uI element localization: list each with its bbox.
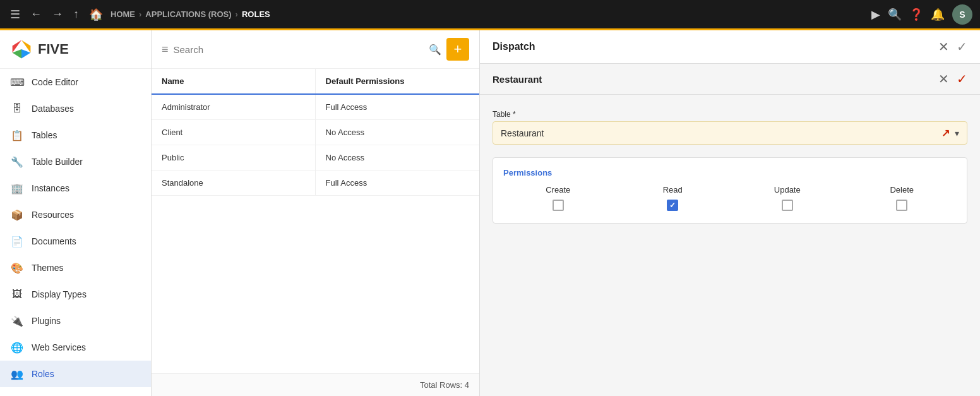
sidebar-label-documents: Documents <box>32 236 76 246</box>
breadcrumb-applications[interactable]: APPLICATIONS (ROS) <box>145 9 231 19</box>
topnav-right: ▶ 🔍 ❓ 🔔 S <box>871 4 972 25</box>
sidebar-logo: FIVE <box>0 30 151 69</box>
add-button[interactable]: + <box>446 38 469 61</box>
column-header-name: Name <box>152 69 316 93</box>
back-icon[interactable]: ← <box>28 5 44 23</box>
five-logo-text: FIVE <box>38 41 69 57</box>
sidebar-item-plugins[interactable]: 🔌 Plugins <box>0 308 151 334</box>
play-icon[interactable]: ▶ <box>871 8 880 21</box>
table-row[interactable]: Standalone Full Access <box>152 171 479 196</box>
sidebar-label-resources: Resources <box>32 210 74 220</box>
sidebar-item-documents[interactable]: 📄 Documents <box>0 228 151 255</box>
perm-header-create: Create <box>503 185 613 195</box>
breadcrumb-roles[interactable]: ROLES <box>242 9 270 19</box>
perm-checkbox-update[interactable] <box>782 200 793 211</box>
sidebar-item-tools[interactable]: 🛠 Tools <box>0 387 151 396</box>
sidebar-item-web-services[interactable]: 🌐 Web Services <box>0 334 151 361</box>
column-header-permissions: Default Permissions <box>316 69 480 93</box>
detail-title: Dispatch <box>493 41 535 52</box>
sidebar: FIVE ⌨ Code Editor 🗄 Databases 📋 Tables … <box>0 30 152 396</box>
sub-header: Restaurant ✕ ✓ <box>480 64 980 95</box>
dropdown-arrow-icon[interactable]: ▾ <box>955 128 959 138</box>
sidebar-label-instances: Instances <box>32 183 69 193</box>
sidebar-label-tables: Tables <box>32 130 57 140</box>
list-panel: ≡ 🔍 + Name Default Permissions Administr… <box>152 30 480 396</box>
search-icon[interactable]: 🔍 <box>429 44 441 56</box>
sidebar-label-table-builder: Table Builder <box>32 157 83 167</box>
table-row[interactable]: Client No Access <box>152 120 479 145</box>
bell-icon[interactable]: 🔔 <box>931 8 945 21</box>
display-types-icon: 🖼 <box>10 287 24 301</box>
filter-icon[interactable]: ≡ <box>162 43 169 56</box>
plugins-icon: 🔌 <box>10 314 24 328</box>
perm-checkbox-create[interactable] <box>553 200 564 211</box>
databases-icon: 🗄 <box>10 102 24 116</box>
sidebar-item-databases[interactable]: 🗄 Databases <box>0 95 151 122</box>
row-name-2: Public <box>152 145 316 170</box>
sub-actions: ✕ ✓ <box>938 71 967 87</box>
sub-save-button[interactable]: ✓ <box>957 71 967 87</box>
table-field-control[interactable]: Restaurant ↗ ▾ <box>493 121 967 145</box>
sidebar-label-web-services: Web Services <box>32 342 86 352</box>
avatar[interactable]: S <box>952 4 972 25</box>
table-field-label-text: Table * <box>493 110 516 119</box>
instances-icon: 🏢 <box>10 181 24 195</box>
perm-header-update: Update <box>732 185 842 195</box>
detail-close-button[interactable]: ✕ <box>938 39 949 54</box>
table-footer: Total Rows: 4 <box>152 373 479 396</box>
row-name-3: Standalone <box>152 171 316 195</box>
detail-header-actions: ✕ ✓ <box>938 39 967 54</box>
main-layout: FIVE ⌨ Code Editor 🗄 Databases 📋 Tables … <box>0 30 980 396</box>
sidebar-item-tables[interactable]: 📋 Tables <box>0 122 151 148</box>
sidebar-label-databases: Databases <box>32 104 74 114</box>
row-name-0: Administrator <box>152 95 316 119</box>
list-header: ≡ 🔍 + <box>152 30 479 69</box>
table-header: Name Default Permissions <box>152 69 479 95</box>
sub-title: Restaurant <box>493 74 542 85</box>
sub-close-button[interactable]: ✕ <box>938 71 949 87</box>
row-permissions-2: No Access <box>316 145 480 170</box>
breadcrumb: HOME › APPLICATIONS (ROS) › ROLES <box>111 9 866 19</box>
sidebar-item-themes[interactable]: 🎨 Themes <box>0 255 151 281</box>
perm-checkbox-delete[interactable] <box>896 200 907 211</box>
tables-icon: 📋 <box>10 128 24 142</box>
breadcrumb-home[interactable]: HOME <box>111 9 135 19</box>
up-icon[interactable]: ↑ <box>71 5 81 23</box>
permissions-title: Permissions <box>503 168 957 177</box>
home-icon[interactable]: 🏠 <box>87 5 105 24</box>
forward-icon[interactable]: → <box>49 5 66 23</box>
perm-col-read: Read <box>618 185 728 213</box>
top-navbar: ☰ ← → ↑ 🏠 HOME › APPLICATIONS (ROS) › RO… <box>0 0 980 30</box>
detail-panel: Dispatch ✕ ✓ Restaurant ✕ ✓ Table * <box>480 30 980 396</box>
sidebar-label-plugins: Plugins <box>32 316 61 326</box>
sidebar-label-themes: Themes <box>32 263 64 273</box>
five-logo-icon <box>10 38 33 61</box>
sidebar-label-display-types: Display Types <box>32 289 87 299</box>
sidebar-item-resources[interactable]: 📦 Resources <box>0 201 151 228</box>
total-rows-label: Total Rows: 4 <box>420 380 469 390</box>
search-nav-icon[interactable]: 🔍 <box>888 8 902 21</box>
sidebar-item-instances[interactable]: 🏢 Instances <box>0 175 151 201</box>
table-row[interactable]: Administrator Full Access <box>152 95 479 120</box>
resources-icon: 📦 <box>10 208 24 222</box>
search-input[interactable] <box>174 44 424 55</box>
sidebar-label-roles: Roles <box>32 369 54 379</box>
menu-icon[interactable]: ☰ <box>8 5 23 24</box>
table-row[interactable]: Public No Access <box>152 145 479 171</box>
sidebar-item-code-editor[interactable]: ⌨ Code Editor <box>0 69 151 95</box>
sidebar-item-roles[interactable]: 👥 Roles <box>0 361 151 387</box>
table-field-group: Table * Restaurant ↗ ▾ <box>493 110 967 145</box>
themes-icon: 🎨 <box>10 261 24 275</box>
table-field-value: Restaurant <box>501 128 941 138</box>
roles-icon: 👥 <box>10 367 24 381</box>
sidebar-item-table-builder[interactable]: 🔧 Table Builder <box>0 148 151 175</box>
sidebar-item-display-types[interactable]: 🖼 Display Types <box>0 281 151 308</box>
red-arrow-icon: ↗ <box>941 127 950 139</box>
help-icon[interactable]: ❓ <box>909 8 923 21</box>
perm-header-read: Read <box>618 185 728 195</box>
perm-col-update: Update <box>732 185 842 213</box>
documents-icon: 📄 <box>10 234 24 248</box>
detail-save-button[interactable]: ✓ <box>957 39 967 54</box>
perm-checkbox-read[interactable] <box>667 200 678 211</box>
row-permissions-1: No Access <box>316 120 480 145</box>
